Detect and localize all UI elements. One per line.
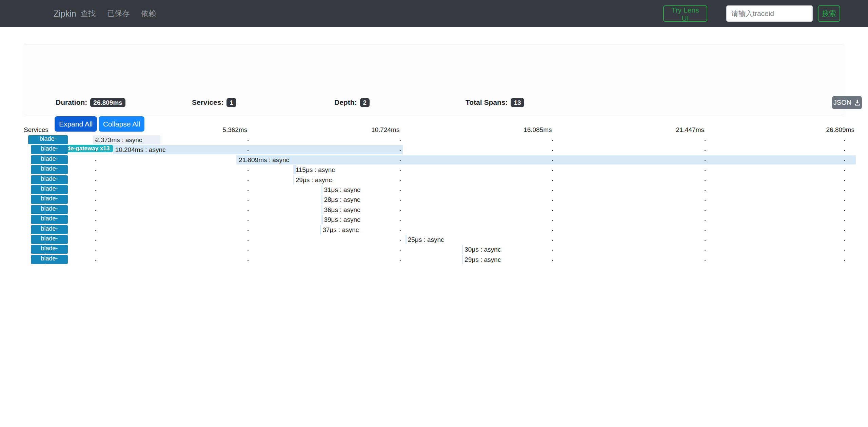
service-button[interactable]: blade-gateway [31,175,68,184]
tick-dot [844,170,845,171]
tick-dot [95,250,96,251]
trace-row[interactable]: blade-gateway30μs : async [0,245,868,254]
tick-dot [95,150,96,151]
tick-dot [844,140,845,141]
row-timeline: 10.204ms : async [93,145,854,155]
tick-dot [95,170,96,171]
span-duration-label: 36μs : async [324,206,360,214]
tick-dot [844,190,845,191]
tick-dot [705,140,706,141]
tick-dot [95,190,96,191]
tick-dot [844,180,845,181]
trace-row[interactable]: blade-gateway28μs : async [0,195,868,205]
span-bar [321,215,322,224]
tick-dot [248,200,249,201]
row-timeline: 29μs : async [93,255,854,265]
trace-rows: blade-gateway2.373ms : asyncblade-gatewa… [0,135,868,265]
trace-row[interactable]: blade-gateway29μs : async [0,255,868,265]
stat-depth: Depth: 2 [334,97,370,108]
service-button[interactable]: blade-gateway [31,255,68,264]
total-spans-value-badge: 13 [511,98,524,107]
span-duration-label: 10.204ms : async [115,146,166,154]
tick-dot [400,220,401,221]
trace-row[interactable]: blade-gateway2.373ms : async [0,135,868,145]
json-button-label: JSON [833,99,851,106]
tick-dot [95,260,96,261]
search-button[interactable]: 搜索 [818,5,840,22]
tick-dot [705,230,706,231]
tick-label: 21.447ms [676,126,704,134]
trace-row[interactable]: blade-gateway37μs : async [0,225,868,235]
row-timeline: 29μs : async [93,175,854,185]
tick-dot [400,250,401,251]
tick-dot [248,180,249,181]
tick-dot [248,240,249,241]
service-button[interactable]: blade-gateway [31,155,68,164]
depth-value-badge: 2 [360,98,370,107]
tick-dot [844,160,845,161]
service-button[interactable]: blade-gateway [31,215,68,224]
span-duration-label: 21.809ms : async [239,156,289,164]
traceid-search-input[interactable] [726,5,813,22]
trace-row[interactable]: blade-gateway10.204ms : async [0,145,868,155]
trace-row[interactable]: blade-gateway29μs : async [0,175,868,185]
tick-dot [705,170,706,171]
trace-row[interactable]: blade-gateway25μs : async [0,235,868,245]
trace-row[interactable]: blade-gateway115μs : async [0,165,868,175]
span-bar [406,235,407,244]
span-bar [462,245,463,254]
tick-dot [844,220,845,221]
service-button[interactable]: blade-gateway [31,145,68,154]
tick-dot [705,240,706,241]
service-button[interactable]: blade-gateway [31,225,68,234]
json-download-button[interactable]: JSON [832,96,862,109]
tick-dot [95,210,96,211]
tick-dot [400,170,401,171]
tick-dot [95,160,96,161]
trace-row[interactable]: blade-gateway39μs : async [0,215,868,225]
nav-links: 查找 已保存 依赖 [81,0,156,27]
service-button[interactable]: blade-gateway [31,185,68,194]
tick-dot [248,170,249,171]
tick-dot [705,190,706,191]
brand-link[interactable]: Zipkin [54,0,76,27]
nav-item-find[interactable]: 查找 [81,8,96,19]
tick-dot [400,230,401,231]
service-button[interactable]: blade-gateway [31,205,68,214]
span-duration-label: 2.373ms : async [95,136,142,144]
span-bar [321,195,322,204]
tick-dot [844,210,845,211]
tick-dot [400,140,401,141]
stat-total-spans: Total Spans: 13 [466,97,524,108]
try-lens-ui-button[interactable]: Try Lens UI [663,5,707,22]
service-button[interactable]: blade-gateway [31,195,68,204]
nav-item-saved[interactable]: 已保存 [107,8,130,19]
tick-dot [400,260,401,261]
nav-item-dependencies[interactable]: 依赖 [141,8,156,19]
trace-row[interactable]: blade-gateway21.809ms : async [0,155,868,165]
span-duration-label: 29μs : async [296,176,332,184]
tick-dot [844,250,845,251]
tick-dot [705,160,706,161]
tick-label: 5.362ms [222,126,247,134]
service-button[interactable]: blade-gateway [31,235,68,244]
trace-row[interactable]: blade-gateway31μs : async [0,185,868,195]
tick-dot [95,240,96,241]
service-button[interactable]: blade-gateway [31,165,68,174]
timeline-ticks: 5.362ms 10.724ms 16.085ms 21.447ms 26.80… [93,126,854,135]
duration-value-badge: 26.809ms [90,98,125,107]
service-button[interactable]: blade-gateway [28,135,68,144]
span-bar [462,255,463,264]
duration-label: Duration: [56,98,87,106]
tick-dot [705,220,706,221]
span-bar [293,175,294,185]
navbar: Zipkin 查找 已保存 依赖 Try Lens UI 搜索 [0,0,868,27]
tick-dot [844,150,845,151]
trace-row[interactable]: blade-gateway36μs : async [0,205,868,215]
services-label: Services: [192,98,223,106]
tick-dot [552,140,553,141]
tick-dot [400,200,401,201]
row-timeline: 37μs : async [93,225,854,235]
tick-dot [552,230,553,231]
service-button[interactable]: blade-gateway [31,245,68,254]
